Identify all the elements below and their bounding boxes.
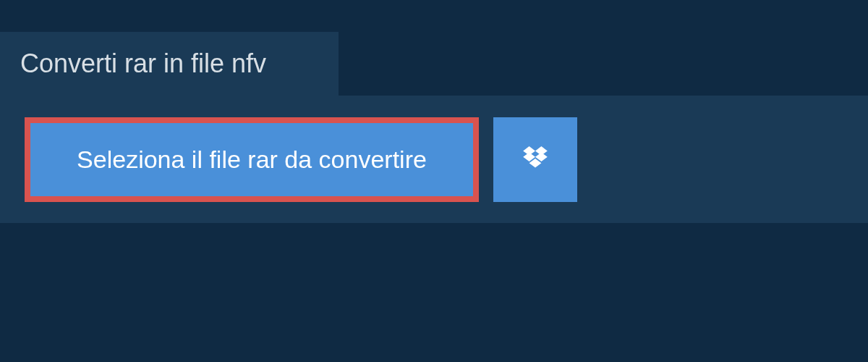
button-row: Seleziona il file rar da convertire [25, 117, 577, 202]
select-file-label: Seleziona il file rar da convertire [77, 146, 427, 174]
page-title: Converti rar in file nfv [20, 49, 266, 79]
title-bar: Converti rar in file nfv [0, 32, 339, 96]
select-file-button[interactable]: Seleziona il file rar da convertire [25, 117, 479, 202]
dropbox-icon [520, 145, 550, 175]
dropbox-button[interactable] [493, 117, 577, 202]
